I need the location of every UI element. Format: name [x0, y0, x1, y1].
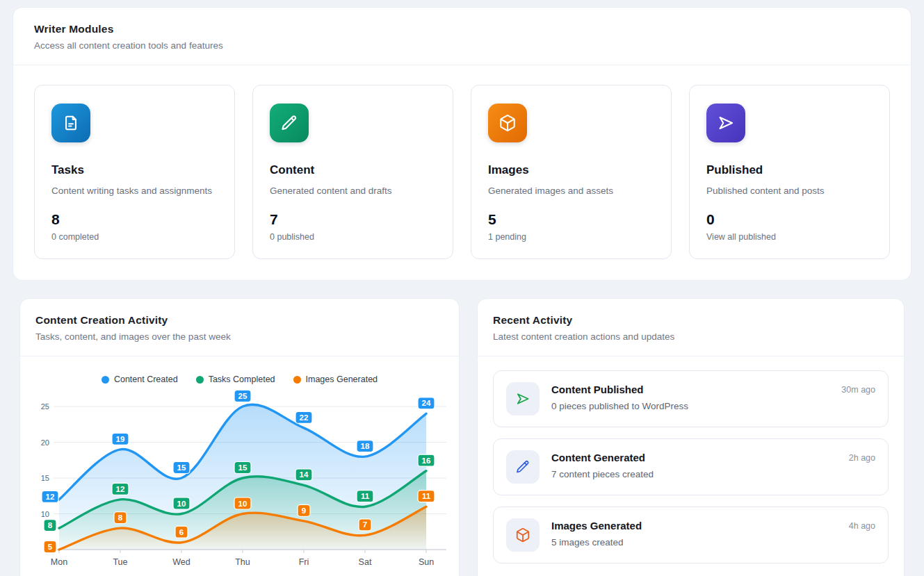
- activity-item-title: Images Generated: [551, 520, 849, 532]
- chart-legend: Content Created Tasks Completed Images G…: [26, 375, 453, 384]
- module-description: Generated images and assets: [488, 186, 654, 196]
- recent-activity-title: Recent Activity: [493, 314, 889, 327]
- svg-text:7: 7: [363, 520, 367, 529]
- module-title: Images: [488, 163, 654, 177]
- module-count: 7: [270, 211, 436, 228]
- activity-item-title: Content Published: [551, 384, 841, 395]
- module-description: Content writing tasks and assignments: [51, 186, 218, 196]
- svg-text:Wed: Wed: [172, 557, 191, 567]
- module-title: Content: [270, 163, 436, 177]
- activity-item-timestamp: 2h ago: [849, 450, 875, 463]
- svg-text:5: 5: [48, 543, 53, 551]
- svg-text:12: 12: [116, 485, 125, 493]
- module-count: 5: [488, 211, 654, 228]
- writer-modules-header: Writer Modules Access all content creati…: [13, 8, 911, 65]
- module-count-caption: 0 published: [270, 232, 436, 242]
- svg-text:Sun: Sun: [419, 557, 434, 567]
- svg-text:Sat: Sat: [359, 557, 372, 567]
- module-card-published[interactable]: Published Published content and posts 0 …: [689, 85, 890, 259]
- document-icon: [51, 104, 90, 142]
- svg-text:8: 8: [118, 513, 123, 522]
- activity-list: Content Published 0 pieces published to …: [478, 356, 904, 576]
- chart-body: Content Created Tasks Completed Images G…: [20, 356, 459, 576]
- module-title: Tasks: [51, 163, 218, 177]
- svg-text:Thu: Thu: [235, 557, 250, 567]
- svg-text:Tue: Tue: [113, 557, 127, 567]
- legend-label: Tasks Completed: [209, 375, 275, 384]
- send-icon: [706, 104, 745, 142]
- svg-text:15: 15: [238, 463, 248, 472]
- legend-label: Images Generated: [306, 375, 378, 384]
- activity-item-content-published: Content Published 0 pieces published to …: [493, 370, 889, 427]
- activity-item-main: Images Generated 5 images created: [551, 518, 849, 548]
- svg-text:11: 11: [422, 492, 431, 500]
- module-description: Generated content and drafts: [270, 186, 436, 196]
- module-count: 0: [706, 211, 873, 228]
- activity-item-images-generated: Images Generated 5 images created 4h ago: [493, 507, 889, 563]
- svg-text:10: 10: [41, 510, 49, 518]
- writer-modules-panel: Writer Modules Access all content creati…: [13, 7, 911, 281]
- activity-item-content-generated: Content Generated 7 content pieces creat…: [493, 438, 889, 495]
- svg-text:18: 18: [361, 442, 370, 450]
- module-count-caption: 1 pending: [488, 232, 654, 242]
- svg-text:24: 24: [422, 399, 431, 407]
- svg-text:25: 25: [238, 392, 248, 400]
- activity-item-description: 7 content pieces created: [551, 469, 849, 479]
- svg-text:22: 22: [300, 413, 309, 422]
- activity-chart-header: Content Creation Activity Tasks, content…: [20, 299, 459, 356]
- module-cards-row: Tasks Content writing tasks and assignme…: [13, 65, 911, 280]
- lower-row: Content Creation Activity Tasks, content…: [19, 298, 905, 576]
- svg-text:12: 12: [46, 493, 55, 501]
- writer-modules-title: Writer Modules: [34, 23, 890, 35]
- pencil-icon: [506, 450, 540, 484]
- module-card-content[interactable]: Content Generated content and drafts 7 0…: [252, 85, 453, 259]
- legend-dot-icon: [102, 376, 109, 384]
- module-description: Published content and posts: [706, 186, 873, 196]
- recent-activity-subtitle: Latest content creation actions and upda…: [493, 331, 889, 342]
- activity-line-chart: 510152025MonTueWedThuFriSatSun1219152522…: [26, 388, 453, 576]
- svg-text:19: 19: [116, 435, 125, 443]
- cube-icon: [488, 104, 527, 142]
- module-count: 8: [51, 211, 218, 228]
- svg-text:15: 15: [177, 463, 186, 472]
- svg-text:10: 10: [177, 500, 186, 508]
- legend-item-tasks-completed[interactable]: Tasks Completed: [196, 375, 275, 384]
- svg-text:6: 6: [179, 528, 184, 536]
- svg-text:10: 10: [238, 500, 248, 508]
- module-card-images[interactable]: Images Generated images and assets 5 1 p…: [471, 85, 672, 259]
- svg-text:Fri: Fri: [299, 557, 309, 567]
- legend-label: Content Created: [114, 375, 178, 384]
- activity-item-description: 5 images created: [551, 537, 849, 548]
- activity-item-main: Content Published 0 pieces published to …: [551, 382, 841, 411]
- svg-text:20: 20: [41, 438, 49, 447]
- send-icon: [506, 382, 540, 415]
- module-count-caption: 0 completed: [51, 232, 218, 242]
- svg-text:8: 8: [48, 521, 53, 529]
- svg-text:Mon: Mon: [51, 557, 67, 567]
- content-creation-activity-panel: Content Creation Activity Tasks, content…: [19, 298, 460, 576]
- recent-activity-panel: Recent Activity Latest content creation …: [477, 298, 905, 576]
- activity-chart-title: Content Creation Activity: [35, 314, 444, 327]
- legend-dot-icon: [293, 376, 301, 384]
- cube-icon: [506, 518, 540, 552]
- activity-item-description: 0 pieces published to WordPress: [551, 401, 841, 411]
- svg-text:25: 25: [41, 402, 49, 411]
- svg-text:14: 14: [300, 470, 309, 479]
- svg-text:15: 15: [41, 474, 49, 482]
- module-count-caption[interactable]: View all published: [706, 232, 873, 242]
- legend-dot-icon: [196, 376, 204, 384]
- activity-item-title: Content Generated: [551, 452, 849, 463]
- activity-item-main: Content Generated 7 content pieces creat…: [551, 450, 849, 479]
- svg-text:16: 16: [422, 456, 431, 465]
- module-title: Published: [706, 163, 873, 177]
- svg-text:9: 9: [302, 507, 306, 515]
- writer-modules-subtitle: Access all content creation tools and fe…: [34, 40, 890, 51]
- activity-chart-subtitle: Tasks, content, and images over the past…: [35, 331, 444, 342]
- pencil-icon: [270, 104, 309, 142]
- activity-item-timestamp: 4h ago: [849, 518, 875, 531]
- recent-activity-header: Recent Activity Latest content creation …: [478, 299, 904, 356]
- legend-item-content-created[interactable]: Content Created: [102, 375, 178, 384]
- legend-item-images-generated[interactable]: Images Generated: [293, 375, 378, 384]
- module-card-tasks[interactable]: Tasks Content writing tasks and assignme…: [34, 85, 235, 259]
- svg-text:11: 11: [361, 492, 370, 500]
